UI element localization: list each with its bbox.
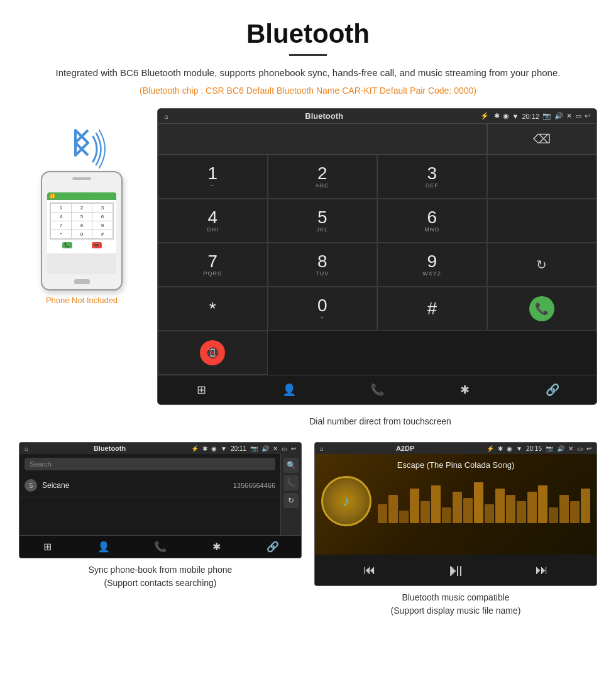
viz-bar xyxy=(410,489,419,523)
home-icon: ⌂ xyxy=(164,113,168,120)
dial-key-0[interactable]: 0 + xyxy=(268,287,378,331)
dialer-screen: ⌂ Bluetooth ⚡ ✱ ◉ ▼ 20:12 📷 🔊 ✕ ▭ ↩ ⌫ 1 xyxy=(157,108,597,405)
pb-nav-contacts[interactable]: 👤 xyxy=(76,536,133,558)
dial-key-1[interactable]: 1 ∽ xyxy=(158,155,268,199)
viz-bar xyxy=(378,504,387,523)
phonebook-item: ⌂ Bluetooth ⚡ ✱ ◉ ▼ 20:11 📷 🔊 ✕ ▭ ↩ Sear… xyxy=(19,442,302,617)
pb-search-icon[interactable]: 🔍 xyxy=(283,458,299,473)
subtitle-text: Integrated with BC6 Bluetooth module, su… xyxy=(25,65,591,80)
music-title: A2DP xyxy=(327,445,483,452)
dial-key-6[interactable]: 6 MNO xyxy=(377,199,487,243)
call-green-button[interactable]: 📞 xyxy=(487,287,597,331)
empty-cell-2 xyxy=(487,199,597,243)
prev-button[interactable]: ⏮ xyxy=(363,563,376,577)
viz-bar xyxy=(442,507,451,523)
bluetooth-signal-icon xyxy=(57,127,107,171)
pb-vol: 🔊 xyxy=(261,445,269,452)
music-signal: ▼ xyxy=(516,445,522,452)
music-bt-icon-large: ♪ xyxy=(343,493,350,509)
status-icons: ✱ ◉ ▼ 20:12 📷 🔊 ✕ ▭ ↩ xyxy=(494,112,590,120)
phonebook-caption: Sync phone-book from mobile phone (Suppo… xyxy=(89,563,233,590)
pb-nav-link[interactable]: 🔗 xyxy=(245,536,301,558)
pb-empty-area xyxy=(19,497,280,535)
music-visualizer xyxy=(378,479,590,523)
nav-grid-icon[interactable]: ⊞ xyxy=(158,375,246,404)
pb-call-icon[interactable]: 📞 xyxy=(283,475,299,490)
camera-icon: 📷 xyxy=(542,112,551,120)
music-vol: 🔊 xyxy=(557,445,564,452)
redial-button[interactable]: ↻ xyxy=(487,243,597,287)
song-title: Escape (The Pina Colada Song) xyxy=(321,460,590,470)
viz-bar xyxy=(559,495,569,523)
music-home-icon: ⌂ xyxy=(320,445,324,452)
pb-home-icon: ⌂ xyxy=(25,445,28,452)
play-pause-button[interactable]: ⏯ xyxy=(447,560,465,580)
viz-bar xyxy=(506,495,515,523)
nav-phone-icon[interactable]: 📞 xyxy=(333,375,421,404)
viz-bar xyxy=(527,492,537,523)
dial-key-9[interactable]: 9 WXYZ xyxy=(377,243,487,287)
pb-win: ▭ xyxy=(282,445,287,452)
dial-key-hash[interactable]: # xyxy=(377,287,487,331)
dialer-title: Bluetooth xyxy=(173,111,475,121)
pb-nav-grid[interactable]: ⊞ xyxy=(19,536,76,558)
android-nav-bar: ⊞ 👤 📞 ✱ 🔗 xyxy=(158,375,597,404)
viz-bar xyxy=(421,501,430,523)
nav-bluetooth-icon[interactable]: ✱ xyxy=(421,375,509,404)
pb-bt-icon: ✱ xyxy=(202,445,207,452)
dial-key-4[interactable]: 4 GHI xyxy=(158,199,268,243)
back-icon: ↩ xyxy=(585,112,590,120)
music-cam: 📷 xyxy=(546,445,553,452)
music-caption: Bluetooth music compatible (Support disp… xyxy=(391,591,521,617)
music-close: ✕ xyxy=(568,445,573,452)
backspace-key[interactable]: ⌫ xyxy=(487,123,597,155)
next-button[interactable]: ⏭ xyxy=(536,563,548,577)
dial-key-star[interactable]: * xyxy=(158,287,268,331)
bottom-row: ⌂ Bluetooth ⚡ ✱ ◉ ▼ 20:11 📷 🔊 ✕ ▭ ↩ Sear… xyxy=(0,433,616,630)
pb-nav-phone[interactable]: 📞 xyxy=(132,536,189,558)
pb-search-text: Search xyxy=(30,460,52,468)
call-red-button[interactable]: 📵 xyxy=(158,331,268,375)
pb-contact-row[interactable]: S Seicane 13566664466 xyxy=(19,474,280,497)
nav-contacts-icon[interactable]: 👤 xyxy=(246,375,334,404)
viz-bar xyxy=(388,495,398,523)
dialer-statusbar: ⌂ Bluetooth ⚡ ✱ ◉ ▼ 20:12 📷 🔊 ✕ ▭ ↩ xyxy=(158,109,597,123)
title-divider xyxy=(289,54,327,56)
dial-key-8[interactable]: 8 TUV xyxy=(268,243,378,287)
music-controls: ⏮ ⏯ ⏭ xyxy=(315,555,597,585)
pb-signal: ▼ xyxy=(221,445,227,452)
bt-icon: ✱ xyxy=(494,112,500,120)
viz-bar xyxy=(453,492,462,523)
pb-title: Bluetooth xyxy=(32,445,187,452)
viz-bar xyxy=(474,482,483,523)
viz-bar xyxy=(399,511,409,523)
viz-bar xyxy=(485,504,494,523)
music-bt-icon: ✱ xyxy=(498,445,503,452)
dial-key-7[interactable]: 7 PQRS xyxy=(158,243,268,287)
pb-initial: S xyxy=(25,479,37,492)
dial-key-3[interactable]: 3 DEF xyxy=(377,155,487,199)
pb-time: 20:11 xyxy=(231,445,246,452)
dial-caption-area: Dial number direct from touchscreen xyxy=(145,408,616,433)
close-icon: ✕ xyxy=(566,112,572,120)
pb-back: ↩ xyxy=(291,445,296,452)
dial-key-2[interactable]: 2 ABC xyxy=(268,155,378,199)
viz-bar xyxy=(538,485,547,523)
phone-mockup: 📶 + Add to Contacts 123 456 789 *0# 📞 📵 xyxy=(41,171,123,290)
usb-icon: ⚡ xyxy=(480,112,489,120)
phone-area: 📶 + Add to Contacts 123 456 789 *0# 📞 📵 xyxy=(19,108,145,305)
window-icon: ▭ xyxy=(575,112,581,120)
nav-link-icon[interactable]: 🔗 xyxy=(509,375,597,404)
pb-statusbar: ⌂ Bluetooth ⚡ ✱ ◉ ▼ 20:11 📷 🔊 ✕ ▭ ↩ xyxy=(19,443,301,454)
music-loc-icon: ◉ xyxy=(507,445,512,452)
music-area: Escape (The Pina Colada Song) ♪ xyxy=(315,454,597,555)
viz-bar xyxy=(463,498,473,523)
pb-search-bar[interactable]: Search xyxy=(25,458,275,470)
dial-key-5[interactable]: 5 JKL xyxy=(268,199,378,243)
pb-refresh-icon[interactable]: ↻ xyxy=(283,493,299,508)
phone-label: Phone Not Included xyxy=(46,296,118,305)
time-display: 20:12 xyxy=(522,113,539,120)
phonebook-screen: ⌂ Bluetooth ⚡ ✱ ◉ ▼ 20:11 📷 🔊 ✕ ▭ ↩ Sear… xyxy=(19,442,302,558)
viz-bar xyxy=(431,485,441,523)
pb-nav-bt[interactable]: ✱ xyxy=(189,536,245,558)
